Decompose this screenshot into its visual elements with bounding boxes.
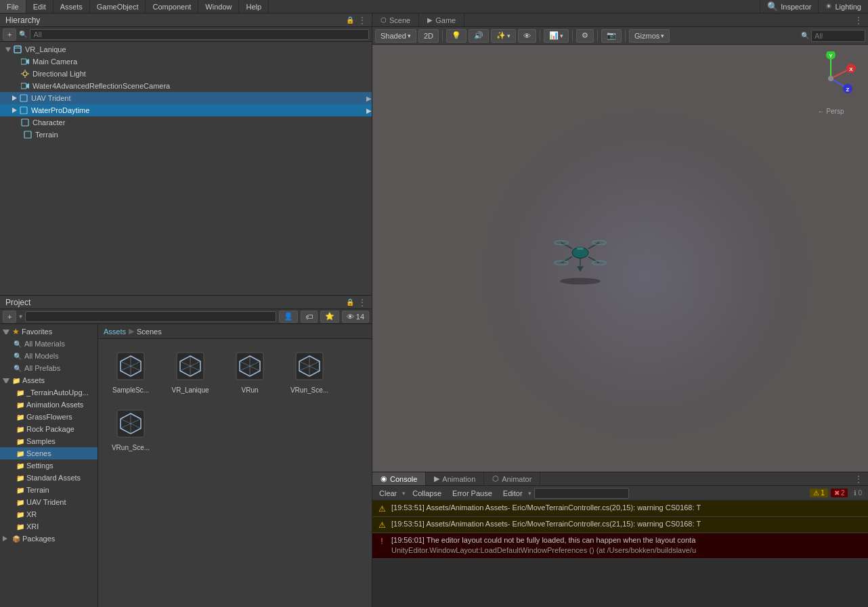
project-lock-icon[interactable]: 🔒 — [346, 298, 354, 306]
terrain-label: Terrain — [35, 131, 58, 139]
console-search-input[interactable] — [534, 488, 629, 499]
collapse-button[interactable]: Collapse — [408, 487, 446, 499]
info-badge[interactable]: ℹ 0 — [850, 489, 865, 497]
menu-gameobject[interactable]: GameObject — [90, 0, 146, 13]
light-toggle[interactable]: 💡 — [446, 29, 466, 43]
hierarchy-search-input[interactable] — [30, 29, 369, 40]
project-search-input[interactable] — [25, 311, 276, 322]
tree-scenes[interactable]: 📁 Scenes — [0, 447, 97, 459]
tree-terrain[interactable]: 📁 Terrain — [0, 484, 97, 496]
tree-xr[interactable]: 📁 XR — [0, 508, 97, 520]
clear-dropdown-arrow[interactable]: ▾ — [402, 490, 406, 497]
menu-edit[interactable]: Edit — [26, 0, 53, 13]
console-entry-warn2[interactable]: ⚠ [19:53:51] Assets/Animation Assets- Er… — [372, 517, 868, 533]
error1-message: [19:56:01] The editor layout could not b… — [391, 535, 864, 545]
project-filter-btn3[interactable]: ⭐ — [320, 311, 339, 323]
editor-dropdown[interactable]: Editor ▾ — [499, 487, 531, 499]
asset-item-vrun-scene2[interactable]: VRun_Sce... — [104, 402, 158, 454]
shaded-dropdown[interactable]: Shaded — [375, 29, 416, 43]
menu-assets[interactable]: Assets — [53, 0, 90, 13]
hierarchy-item-directional-light[interactable]: Directional Light — [0, 68, 372, 80]
render-stats[interactable]: 📊 — [544, 29, 569, 43]
asset-item-vrlanique[interactable]: VR_Lanique — [163, 344, 217, 397]
hierarchy-item-uav-trident[interactable]: UAV Trident ▶ — [0, 92, 372, 104]
tree-samples[interactable]: 📁 Samples — [0, 435, 97, 447]
error-badge[interactable]: ✖ 2 — [831, 489, 848, 497]
warn1-message: [19:53:51] Assets/Animation Assets- Eric… — [391, 503, 864, 513]
scene-menu-icon[interactable]: ⋮ — [854, 16, 863, 25]
tree-uav-trident[interactable]: 📁 UAV Trident — [0, 496, 97, 508]
asset-item-vrun[interactable]: VRun — [223, 344, 277, 397]
tab-game[interactable]: ▶ Game — [419, 14, 464, 26]
hierarchy-lock-icon[interactable]: 🔒 — [346, 16, 354, 24]
menu-file[interactable]: File — [0, 0, 26, 13]
editor-button[interactable]: Editor — [499, 487, 527, 499]
tab-scene[interactable]: ⬡ Scene — [372, 14, 419, 26]
project-add-dropdown-icon[interactable]: ▾ — [19, 313, 22, 320]
effects-dropdown[interactable]: ✨ — [491, 29, 516, 43]
tree-standard-assets[interactable]: 📁 Standard Assets — [0, 472, 97, 484]
tab-animator[interactable]: ⬡ Animator — [484, 472, 540, 485]
error-pause-button[interactable]: Error Pause — [448, 487, 496, 499]
warn1-icon: ⚠ — [376, 503, 387, 514]
menu-window[interactable]: Window — [198, 0, 239, 13]
project-filter-btn2[interactable]: 🏷 — [301, 311, 318, 323]
hierarchy-title: Hierarchy — [5, 16, 40, 25]
hierarchy-add-button[interactable]: + — [3, 28, 16, 41]
project-menu-icon[interactable]: ⋮ — [358, 298, 366, 307]
scene-extra1[interactable]: ⚙ — [576, 29, 594, 43]
tab-console[interactable]: ◉ Console — [372, 472, 426, 485]
audio-toggle[interactable]: 🔊 — [469, 29, 489, 43]
clear-dropdown[interactable]: Clear ▾ — [375, 487, 406, 499]
tree-rock-package[interactable]: 📁 Rock Package — [0, 423, 97, 435]
hierarchy-item-character[interactable]: Character — [0, 116, 372, 129]
asset-item-vrun-scene1[interactable]: VRun_Sce... — [282, 344, 337, 397]
search-all-prefabs-icon: 🔍 — [14, 365, 22, 372]
clear-button[interactable]: Clear — [375, 487, 401, 499]
fav-all-prefabs[interactable]: 🔍 All Prefabs — [0, 362, 97, 374]
tree-favorites[interactable]: ★ Favorites — [0, 325, 97, 338]
menu-component[interactable]: Component — [146, 0, 198, 13]
vrun-icon — [231, 347, 269, 385]
menu-help[interactable]: Help — [239, 0, 269, 13]
tree-xri[interactable]: 📁 XRI — [0, 520, 97, 533]
project-add-button[interactable]: + — [3, 311, 16, 323]
breadcrumb-scenes[interactable]: Scenes — [137, 328, 162, 336]
tree-animation-assets[interactable]: 📁 Animation Assets — [0, 399, 97, 411]
console-entry-warn1[interactable]: ⚠ [19:53:51] Assets/Animation Assets- Er… — [372, 501, 868, 517]
info-icon-badge: ℹ — [854, 489, 856, 497]
project-filter-btn4[interactable]: 👁 14 — [342, 311, 369, 323]
tree-packages[interactable]: 📦 Packages — [0, 533, 97, 545]
hierarchy-menu-icon[interactable]: ⋮ — [358, 16, 366, 25]
editor-label: Editor — [503, 489, 523, 497]
scene-search-input[interactable] — [811, 30, 865, 42]
scene-viewport[interactable]: X Y Z ← Persp — [372, 45, 868, 472]
2d-button[interactable]: 2D — [418, 29, 439, 43]
hierarchy-item-terrain[interactable]: Terrain — [0, 129, 372, 141]
tree-settings[interactable]: 📁 Settings — [0, 459, 97, 472]
scene-visibility[interactable]: 👁 — [518, 29, 536, 43]
scenes-label: Scenes — [26, 449, 51, 457]
editor-dropdown-arrow[interactable]: ▾ — [528, 490, 531, 497]
hierarchy-root-item[interactable]: VR_Lanique — [0, 43, 372, 55]
breadcrumb-assets[interactable]: Assets — [104, 328, 126, 336]
camera-dropdown[interactable]: 📷 — [601, 29, 622, 43]
hierarchy-item-water-pro[interactable]: WaterProDaytime ▶ — [0, 104, 372, 116]
fav-all-models[interactable]: 🔍 All Models — [0, 350, 97, 362]
tree-terrain-auto[interactable]: 📁 _TerrainAutoUpg... — [0, 386, 97, 399]
hierarchy-item-main-camera[interactable]: Main Camera — [0, 55, 372, 68]
tree-grassflowers[interactable]: 📁 GrassFlowers — [0, 411, 97, 423]
console-entry-error1[interactable]: ! [19:56:01] The editor layout could not… — [372, 533, 868, 559]
persp-gizmo[interactable]: X Y Z ← Persp — [804, 51, 858, 112]
gizmos-button[interactable]: Gizmos — [629, 29, 670, 43]
project-filter-btn1[interactable]: 👤 — [279, 311, 298, 323]
console-menu-icon[interactable]: ⋮ — [854, 474, 863, 484]
warn-badge[interactable]: ⚠ 1 — [810, 489, 828, 497]
inspector-tab[interactable]: 🔍 Inspector — [760, 0, 818, 13]
tree-assets[interactable]: 📁 Assets — [0, 374, 97, 386]
hierarchy-item-water-camera[interactable]: Water4AdvancedReflectionSceneCamera — [0, 80, 372, 92]
asset-item-samplescene[interactable]: SampleSc... — [104, 344, 158, 397]
fav-all-materials[interactable]: 🔍 All Materials — [0, 338, 97, 350]
lighting-tab[interactable]: ☀ Lighting — [818, 0, 868, 13]
tab-animation[interactable]: ▶ Animation — [426, 472, 484, 485]
